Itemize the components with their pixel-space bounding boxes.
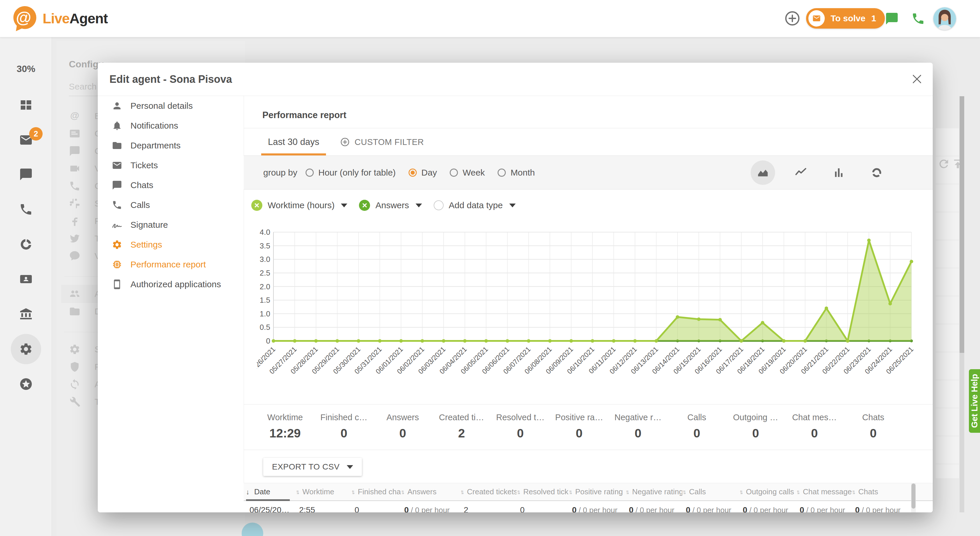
modal-menu-item-personal-details[interactable]: Personal details <box>98 96 244 116</box>
modal-menu-item-notifications[interactable]: Notifications <box>98 116 244 136</box>
modal-menu-item-authorized-applications[interactable]: Authorized applications <box>98 274 244 294</box>
sidebar-item-customers[interactable] <box>19 272 33 286</box>
modal-menu-item-departments[interactable]: Departments <box>98 136 244 155</box>
modal-menu-item-chats[interactable]: Chats <box>98 175 244 195</box>
column-label: Negative rating <box>632 487 682 496</box>
gear-icon <box>69 344 81 355</box>
svg-text:2.5: 2.5 <box>260 269 270 278</box>
phone-icon <box>69 180 81 192</box>
remove-datatype-icon[interactable]: × <box>359 200 370 211</box>
sidebar-item-billing[interactable] <box>19 307 33 321</box>
close-icon[interactable] <box>910 73 923 86</box>
person-icon <box>112 101 122 111</box>
chat-icon <box>69 145 81 157</box>
sort-icon: ↑↓ <box>568 488 571 495</box>
sidebar-item-starred[interactable] <box>19 377 33 391</box>
column-header-chats[interactable]: ↑↓Chats <box>851 483 910 500</box>
get-live-help-tab[interactable]: Get Live Help <box>969 369 980 433</box>
groupby-radio-week[interactable]: Week <box>450 168 485 178</box>
stat-finished-c: Finished c…0 <box>315 408 374 448</box>
radio-unselected-icon <box>498 168 506 177</box>
chipset-icon <box>112 259 122 270</box>
column-header-finished-chats[interactable]: ↑↓Finished chats <box>351 483 401 500</box>
chat-button[interactable] <box>885 12 899 26</box>
datatype-chip-worktime-hours[interactable]: ×Worktime (hours) <box>251 200 347 211</box>
to-solve-count: 1 <box>871 13 876 23</box>
sidebar-item-configuration[interactable] <box>19 342 33 356</box>
modal-menu-item-signature[interactable]: Signature <box>98 215 244 235</box>
usage-percent: 30% <box>0 63 52 75</box>
column-header-created-tickets[interactable]: ↑↓Created tickets <box>460 483 517 500</box>
tab-custom-filter[interactable]: CUSTOM FILTER <box>340 128 424 156</box>
chevron-down-icon[interactable] <box>509 203 516 207</box>
group-by-label: group by <box>263 168 298 178</box>
report-table-header: ↓Date↑↓Worktime↑↓Finished chats↑↓Answers… <box>244 483 933 501</box>
stat-label: Created ti… <box>432 413 491 422</box>
sorted-column-indicator <box>246 499 290 501</box>
groupby-radio-month[interactable]: Month <box>498 168 535 178</box>
stat-label: Chat mes… <box>785 413 844 422</box>
add-data-type-button[interactable]: Add data type <box>434 200 516 210</box>
bell-icon <box>112 121 122 131</box>
table-scrollbar-thumb[interactable] <box>912 484 915 509</box>
column-label: Outgoing calls <box>746 487 794 496</box>
avatar[interactable] <box>933 7 956 30</box>
table-cell: 2 <box>460 505 517 513</box>
modal-menu-item-performance-report[interactable]: Performance report <box>98 255 244 274</box>
export-label: EXPORT TO CSV <box>272 462 340 471</box>
column-header-resolved-tickets[interactable]: ↑↓Resolved tickets <box>517 483 568 500</box>
sidebar-item-reports[interactable] <box>19 237 33 251</box>
remove-datatype-icon[interactable]: × <box>251 200 262 211</box>
column-header-outgoing-calls[interactable]: ↑↓Outgoing calls <box>739 483 796 500</box>
radio-selected-icon <box>409 168 417 177</box>
phone-icon <box>112 200 122 210</box>
table-cell: 2:55 <box>296 505 351 513</box>
modal-menu-item-tickets[interactable]: Tickets <box>98 155 244 175</box>
stat-label: Positive ra… <box>550 413 609 422</box>
datatype-chip-answers[interactable]: ×Answers <box>359 200 422 211</box>
sidebar-item-chats[interactable] <box>19 167 33 181</box>
column-header-answers[interactable]: ↑↓Answers <box>401 483 460 500</box>
column-header-chat-messages[interactable]: ↑↓Chat messages <box>796 483 851 500</box>
viber-icon <box>69 250 81 262</box>
people-icon <box>69 288 81 300</box>
modal-menu-item-label: Performance report <box>130 260 206 270</box>
radio-label: Month <box>511 168 535 178</box>
modal-menu-item-calls[interactable]: Calls <box>98 195 244 215</box>
add-button[interactable] <box>784 10 801 27</box>
to-solve-button[interactable]: To solve 1 <box>806 8 885 29</box>
table-row[interactable]: 06/25/20…2:5500 / 0 per hour200 / 0 per … <box>244 501 933 512</box>
chevron-down-icon[interactable] <box>415 203 422 207</box>
table-cell: 0 <box>517 505 568 513</box>
line-chart-button[interactable] <box>789 160 813 185</box>
at-icon: @ <box>69 110 81 122</box>
export-to-csv-button[interactable]: EXPORT TO CSV <box>263 458 362 476</box>
svg-text:0: 0 <box>266 336 270 345</box>
groupby-radio-hour-only-for-table[interactable]: Hour (only for table) <box>305 168 396 178</box>
column-header-worktime[interactable]: ↑↓Worktime <box>296 483 351 500</box>
stat-value: 2 <box>432 427 491 440</box>
tab-last-30-days[interactable]: Last 30 days <box>261 128 326 156</box>
column-header-calls[interactable]: ↑↓Calls <box>682 483 739 500</box>
chevron-down-icon[interactable] <box>341 203 347 207</box>
to-solve-label: To solve <box>830 13 865 23</box>
stat-label: Chats <box>844 413 903 422</box>
column-label: Calls <box>689 487 706 496</box>
donut-chart-button[interactable] <box>864 160 889 185</box>
bar-chart-button[interactable] <box>826 160 851 185</box>
radio-label: Hour (only for table) <box>318 168 396 178</box>
sort-icon: ↑↓ <box>351 488 353 495</box>
donut-chart-icon <box>870 166 883 179</box>
area-chart-button[interactable] <box>751 160 775 185</box>
radio-unselected-icon <box>450 168 458 177</box>
sidebar-item-dashboard[interactable] <box>19 98 33 112</box>
modal-menu-item-settings[interactable]: Settings <box>98 235 244 255</box>
phone-button[interactable] <box>911 12 925 26</box>
sidebar-item-calls[interactable] <box>19 202 33 216</box>
column-header-date[interactable]: ↓Date <box>246 483 296 500</box>
modal-menu-item-label: Personal details <box>130 101 192 111</box>
sync-icon <box>69 379 81 390</box>
column-header-negative-rating[interactable]: ↑↓Negative rating <box>625 483 682 500</box>
column-header-positive-rating[interactable]: ↑↓Positive rating <box>568 483 625 500</box>
groupby-radio-day[interactable]: Day <box>409 168 437 178</box>
